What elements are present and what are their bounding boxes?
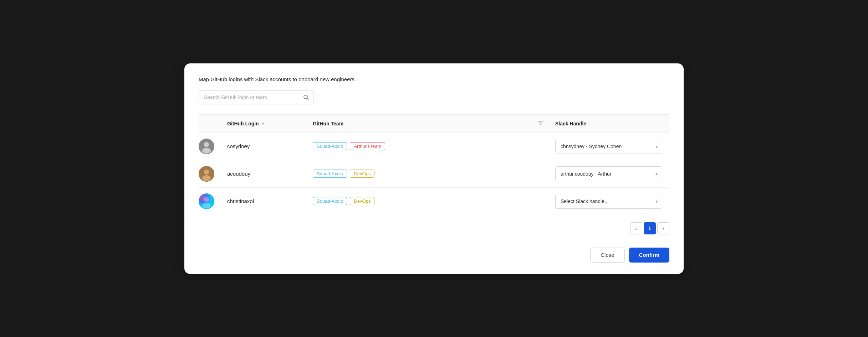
slack-select-wrapper: Select Slack handle... chnsydney - Sydne…	[555, 194, 662, 209]
team-tag: DevOps	[350, 170, 374, 178]
table-row: acoudouy Squad-Axolo DevOps chnsydney - …	[199, 160, 669, 188]
filter-icon[interactable]	[537, 120, 544, 128]
table-row: cosydney Squad-Axolo Arthur's team chnsy…	[199, 133, 669, 160]
teams: Squad-Axolo Arthur's team	[313, 142, 537, 150]
svg-point-7	[202, 175, 211, 181]
login-name: cosydney	[227, 143, 313, 149]
avatar	[199, 139, 227, 154]
slack-select[interactable]: chnsydney - Sydney Cohen arthur.coudouy …	[555, 139, 662, 154]
search-row	[199, 90, 669, 104]
user-avatar	[199, 139, 214, 154]
search-icon	[303, 94, 309, 100]
login-name: acoudouy	[227, 171, 313, 177]
svg-point-3	[204, 142, 209, 147]
user-avatar	[199, 166, 214, 182]
search-button[interactable]	[298, 90, 313, 104]
page-1-button[interactable]: 1	[644, 222, 656, 234]
prev-page-button[interactable]: ‹	[630, 222, 642, 234]
footer-actions: Close Confirm	[199, 248, 669, 263]
col-github-login: GitHub Login ▼	[227, 120, 313, 128]
confirm-button[interactable]: Confirm	[629, 248, 670, 263]
svg-point-11	[202, 203, 211, 208]
col-slack-handle: Slack Handle	[555, 120, 669, 128]
modal-description: Map GitHub logins with Slack accounts to…	[199, 76, 669, 82]
table-row: christinaxol Squad-Axolo DevOps Select S…	[199, 188, 669, 215]
avatar	[199, 193, 227, 209]
slack-select-wrapper: chnsydney - Sydney Cohen arthur.coudouy …	[555, 166, 662, 181]
col-filter	[537, 120, 555, 128]
teams: Squad-Axolo DevOps	[313, 197, 537, 205]
next-page-button[interactable]: ›	[657, 222, 669, 234]
close-button[interactable]: Close	[590, 248, 624, 263]
slack-select-wrapper: chnsydney - Sydney Cohen arthur.coudouy …	[555, 139, 662, 154]
svg-point-4	[202, 148, 211, 154]
team-tag: Arthur's team	[350, 142, 385, 150]
user-avatar	[199, 193, 214, 209]
table: GitHub Login ▼ GitHub Team Slack Handle	[199, 114, 669, 215]
avatar	[199, 166, 227, 182]
svg-point-6	[204, 170, 209, 175]
team-tag: DevOps	[350, 197, 374, 205]
team-tag: Squad-Axolo	[313, 197, 347, 205]
modal-container: Map GitHub logins with Slack accounts to…	[184, 63, 684, 274]
team-tag: Squad-Axolo	[313, 170, 347, 178]
teams: Squad-Axolo DevOps	[313, 170, 537, 178]
sort-icon: ▼	[261, 121, 265, 126]
svg-line-1	[307, 98, 308, 100]
table-header: GitHub Login ▼ GitHub Team Slack Handle	[199, 114, 669, 133]
pagination: ‹ 1 ›	[199, 222, 669, 234]
svg-point-10	[204, 197, 209, 202]
search-input[interactable]	[199, 90, 298, 104]
login-name: christinaxol	[227, 198, 313, 204]
col-avatar	[199, 120, 227, 128]
slack-select[interactable]: Select Slack handle... chnsydney - Sydne…	[555, 194, 662, 209]
footer-divider	[199, 241, 669, 241]
slack-select[interactable]: chnsydney - Sydney Cohen arthur.coudouy …	[555, 166, 662, 181]
col-github-team: GitHub Team	[313, 120, 537, 128]
team-tag: Squad-Axolo	[313, 142, 347, 150]
